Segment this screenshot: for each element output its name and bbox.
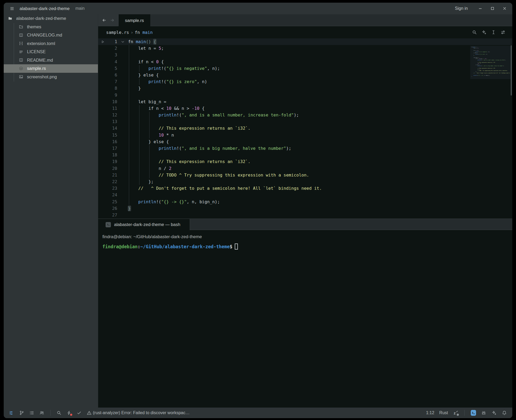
line-number: 26 bbox=[107, 205, 117, 212]
folder-icon bbox=[19, 25, 23, 29]
code-line-27[interactable]: 27 bbox=[98, 212, 512, 218]
sidebar-item-screenshot-png[interactable]: screenshot.png bbox=[4, 73, 98, 81]
sidebar-item-readme-md[interactable]: README.md bbox=[4, 56, 98, 65]
sidebar-item-themes[interactable]: themes bbox=[4, 23, 98, 31]
book-icon bbox=[19, 33, 23, 37]
code-line-22[interactable]: 22 }; bbox=[98, 178, 512, 185]
sparkles-icon[interactable] bbox=[491, 410, 497, 416]
breadcrumb-segment: sample.rs bbox=[106, 30, 129, 35]
tab-sample-rs[interactable]: sample.rs bbox=[119, 14, 150, 26]
ibeam-icon[interactable] bbox=[491, 30, 496, 35]
sidebar-item-extension-toml[interactable]: Textension.toml bbox=[4, 39, 98, 48]
code-text: // ^ Don't forget to put a semicolon her… bbox=[128, 185, 322, 192]
line-number: 7 bbox=[107, 78, 117, 85]
app-menu-button[interactable] bbox=[7, 4, 16, 12]
code-line-5[interactable]: 5 print!("{} is negative", n); bbox=[98, 65, 512, 72]
check-icon[interactable] bbox=[76, 410, 82, 416]
search-icon[interactable] bbox=[472, 30, 477, 35]
edit-prediction-icon[interactable]: z bbox=[453, 410, 458, 416]
cursor-position[interactable]: 1:12 bbox=[426, 410, 434, 415]
project-title[interactable]: alabaster-dark-zed-theme bbox=[20, 6, 70, 11]
code-line-7[interactable]: 7 print!("{} is zero", n) bbox=[98, 78, 512, 85]
git-branch-icon[interactable] bbox=[19, 410, 24, 416]
minimize-button[interactable] bbox=[476, 4, 485, 12]
prompt-segment: : bbox=[138, 244, 140, 249]
code-line-14[interactable]: 14 // This expression returns an `i32`. bbox=[98, 125, 512, 132]
editor-scrollbar[interactable] bbox=[511, 45, 512, 96]
warning-icon[interactable] bbox=[87, 410, 92, 416]
git-branch-label[interactable]: main bbox=[75, 6, 85, 11]
nav-back-button[interactable] bbox=[102, 18, 106, 22]
sidebar-root-folder[interactable]: alabaster-dark-zed-theme bbox=[4, 14, 98, 23]
outline-icon[interactable] bbox=[29, 410, 34, 416]
maximize-button[interactable] bbox=[488, 4, 497, 12]
code-line-3[interactable]: 3 bbox=[98, 52, 512, 58]
file-label: themes bbox=[27, 24, 41, 29]
code-text: print!("{} is negative", n); bbox=[128, 65, 220, 72]
terminal-icon[interactable] bbox=[471, 410, 476, 416]
code-line-23[interactable]: 23 // ^ Don't forget to put a semicolon … bbox=[98, 185, 512, 192]
sign-in-button[interactable]: Sign in bbox=[455, 6, 468, 11]
zap-icon[interactable] bbox=[66, 410, 72, 416]
code-line-19[interactable]: 19 // This expression returns an `i32`. bbox=[98, 158, 512, 165]
code-line-8[interactable]: 8 } bbox=[98, 85, 512, 92]
sidebar-item-license[interactable]: LICENSE bbox=[4, 48, 98, 56]
file-label: sample.rs bbox=[27, 66, 46, 71]
code-line-15[interactable]: 15 10 * n bbox=[98, 132, 512, 138]
code-text: }; bbox=[128, 178, 153, 185]
run-button[interactable] bbox=[98, 38, 107, 45]
code-line-24[interactable]: 24 bbox=[98, 192, 512, 198]
breadcrumb[interactable]: sample.rs›fn main bbox=[106, 30, 153, 35]
search-icon[interactable] bbox=[56, 410, 62, 416]
minimap[interactable]: fn main() { let n = 5; if n < 0 { print!… bbox=[470, 46, 511, 79]
prompt-segment: findra@debian bbox=[102, 244, 138, 249]
code-line-21[interactable]: 21 // TODO ^ Try suppressing this expres… bbox=[98, 172, 512, 178]
editor-controls-icon[interactable] bbox=[500, 30, 505, 35]
file-label: LICENSE bbox=[27, 49, 46, 54]
line-number: 27 bbox=[107, 212, 117, 218]
project-panel-icon[interactable] bbox=[9, 410, 14, 416]
code-line-9[interactable]: 9 bbox=[98, 92, 512, 98]
code-editor[interactable]: 1fn main() {2 let n = 5;34 if n < 0 {5 p… bbox=[98, 38, 512, 219]
code-text: n / 2 bbox=[128, 165, 171, 172]
fold-toggle[interactable] bbox=[117, 38, 128, 45]
code-line-17[interactable]: 17 println!(", and is a big number, halv… bbox=[98, 145, 512, 152]
language-selector[interactable]: Rust bbox=[439, 410, 448, 415]
code-line-25[interactable]: 25 println!("{} -> {}", n, bign_n); bbox=[98, 198, 512, 205]
code-line-10[interactable]: 10 let big_n = bbox=[98, 98, 512, 105]
code-line-26[interactable]: 26} bbox=[98, 205, 512, 212]
file-label: README.md bbox=[27, 58, 53, 63]
lsp-error-message[interactable]: (rust-analyzer) Error: Failed to discove… bbox=[93, 410, 189, 415]
code-text: } else { bbox=[128, 138, 169, 145]
close-button[interactable] bbox=[500, 4, 509, 12]
svg-text:T: T bbox=[20, 42, 22, 45]
image-icon bbox=[19, 75, 23, 79]
code-line-4[interactable]: 4 if n < 0 { bbox=[98, 58, 512, 65]
code-line-2[interactable]: 2 let n = 5; bbox=[98, 45, 512, 52]
terminal-content[interactable]: findra@debian: ~/GitHub/alabaster-dark-z… bbox=[98, 230, 512, 250]
code-line-20[interactable]: 20 n / 2 bbox=[98, 165, 512, 172]
sparkles-icon[interactable] bbox=[481, 30, 486, 35]
line-number: 14 bbox=[107, 125, 117, 132]
code-line-16[interactable]: 16 } else { bbox=[98, 138, 512, 145]
bug-icon[interactable] bbox=[481, 410, 486, 416]
code-line-1[interactable]: 1fn main() { bbox=[98, 38, 512, 45]
nav-forward-button[interactable] bbox=[110, 18, 115, 22]
code-line-13[interactable]: 13 bbox=[98, 118, 512, 125]
code-line-18[interactable]: 18 bbox=[98, 152, 512, 158]
bell-icon[interactable] bbox=[502, 410, 507, 416]
terminal-tab[interactable]: alabaster-dark-zed-theme — bash bbox=[98, 219, 190, 230]
code-line-6[interactable]: 6 } else { bbox=[98, 72, 512, 78]
sidebar-item-sample-rs[interactable]: Rsample.rs bbox=[4, 64, 98, 73]
toml-icon: T bbox=[19, 41, 23, 46]
red-badge bbox=[70, 414, 72, 416]
line-number: 8 bbox=[107, 85, 117, 92]
svg-text:R: R bbox=[20, 67, 22, 70]
line-number: 19 bbox=[107, 158, 117, 165]
code-line-12[interactable]: 12 println!(", and is a small number, in… bbox=[98, 112, 512, 118]
sidebar-item-changelog-md[interactable]: CHANGELOG.md bbox=[4, 31, 98, 39]
code-line-11[interactable]: 11 if n < 10 && n > -10 { bbox=[98, 105, 512, 112]
code-text: let big_n = bbox=[128, 98, 166, 105]
collab-icon[interactable] bbox=[39, 410, 44, 416]
line-number: 15 bbox=[107, 132, 117, 138]
